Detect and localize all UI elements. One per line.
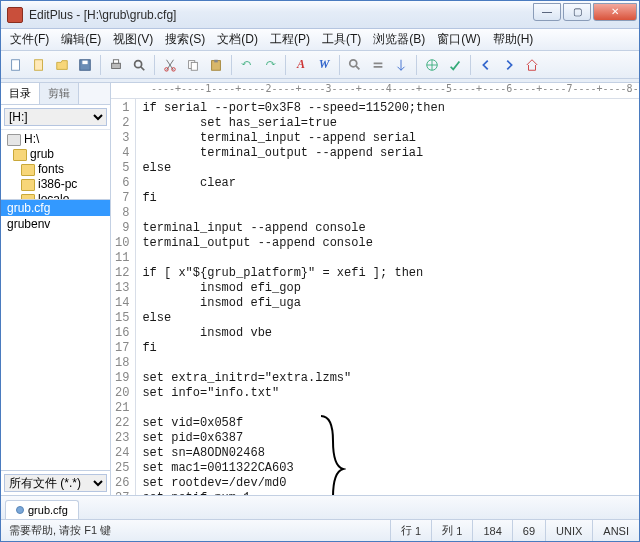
status-col: 列 1 (431, 520, 472, 541)
drive-icon (7, 134, 21, 146)
svg-rect-5 (113, 59, 118, 63)
undo-button[interactable] (236, 54, 258, 76)
code-content[interactable]: if serial --port=0x3F8 --speed=115200;th… (136, 99, 639, 495)
svg-point-8 (165, 67, 169, 71)
app-icon (7, 7, 23, 23)
folder-icon (21, 179, 35, 191)
sidebar: 目录 剪辑 [H:] H:\ grub fonts i386-pc locale… (1, 83, 111, 495)
svg-line-15 (356, 65, 360, 69)
sidebar-tab-directory[interactable]: 目录 (1, 83, 40, 104)
maximize-button[interactable]: ▢ (563, 3, 591, 21)
preview-button[interactable] (128, 54, 150, 76)
next-button[interactable] (498, 54, 520, 76)
menu-edit[interactable]: 编辑(E) (56, 29, 106, 50)
svg-rect-1 (35, 59, 43, 70)
fx-button[interactable]: A (290, 54, 312, 76)
folder-icon (21, 164, 35, 176)
svg-rect-3 (82, 60, 87, 64)
editor-pane: ----+----1----+----2----+----3----+----4… (111, 83, 639, 495)
replace-button[interactable] (367, 54, 389, 76)
code-area[interactable]: 1 2 3 4 5 6 7 8 9 10 11 12 13 14 15 16 1… (111, 99, 639, 495)
status-encoding: ANSI (592, 520, 639, 541)
browser-button[interactable] (421, 54, 443, 76)
svg-rect-13 (214, 59, 218, 62)
title-bar[interactable]: EditPlus - [H:\grub\grub.cfg] — ▢ ✕ (1, 1, 639, 29)
menu-window[interactable]: 窗口(W) (432, 29, 485, 50)
svg-line-7 (141, 66, 145, 70)
drive-select[interactable]: [H:] (4, 108, 107, 126)
folder-icon (13, 149, 27, 161)
svg-rect-4 (112, 63, 121, 68)
status-bar: 需要帮助, 请按 F1 键 行 1 列 1 184 69 UNIX ANSI (1, 519, 639, 541)
menu-browser[interactable]: 浏览器(B) (368, 29, 430, 50)
svg-rect-0 (12, 59, 20, 70)
home-button[interactable] (521, 54, 543, 76)
window-title: EditPlus - [H:\grub\grub.cfg] (29, 8, 533, 22)
menu-view[interactable]: 视图(V) (108, 29, 158, 50)
status-line: 行 1 (390, 520, 431, 541)
new-file-button[interactable] (5, 54, 27, 76)
find-button[interactable] (344, 54, 366, 76)
prev-button[interactable] (475, 54, 497, 76)
menu-project[interactable]: 工程(P) (265, 29, 315, 50)
goto-button[interactable] (390, 54, 412, 76)
app-window: EditPlus - [H:\grub\grub.cfg] — ▢ ✕ 文件(F… (0, 0, 640, 542)
toolbar: A W (1, 51, 639, 79)
menu-search[interactable]: 搜索(S) (160, 29, 210, 50)
sidebar-tabs: 目录 剪辑 (1, 83, 110, 105)
file-item[interactable]: grubenv (1, 216, 110, 232)
brace-annotation-icon (316, 414, 346, 495)
svg-rect-11 (191, 62, 197, 70)
save-button[interactable] (74, 54, 96, 76)
document-tab-label: grub.cfg (28, 504, 68, 516)
menu-tools[interactable]: 工具(T) (317, 29, 366, 50)
svg-point-6 (135, 60, 142, 67)
minimize-button[interactable]: — (533, 3, 561, 21)
doc-modified-icon (16, 506, 24, 514)
copy-button[interactable] (182, 54, 204, 76)
word-wrap-button[interactable]: W (313, 54, 335, 76)
paste-button[interactable] (205, 54, 227, 76)
file-item-selected[interactable]: grub.cfg (1, 200, 110, 216)
sidebar-tab-cliptext[interactable]: 剪辑 (40, 83, 79, 104)
directory-tree[interactable]: H:\ grub fonts i386-pc locale (1, 130, 110, 200)
open-button[interactable] (51, 54, 73, 76)
menu-bar: 文件(F) 编辑(E) 视图(V) 搜索(S) 文档(D) 工程(P) 工具(T… (1, 29, 639, 51)
close-button[interactable]: ✕ (593, 3, 637, 21)
status-width: 69 (512, 520, 545, 541)
line-number-gutter: 1 2 3 4 5 6 7 8 9 10 11 12 13 14 15 16 1… (111, 99, 136, 495)
svg-point-9 (172, 67, 176, 71)
status-total-lines: 184 (472, 520, 511, 541)
menu-help[interactable]: 帮助(H) (488, 29, 539, 50)
cut-button[interactable] (159, 54, 181, 76)
ruler: ----+----1----+----2----+----3----+----4… (111, 83, 639, 99)
svg-point-14 (350, 59, 357, 66)
document-tab-active[interactable]: grub.cfg (5, 500, 79, 519)
status-help-text: 需要帮助, 请按 F1 键 (1, 523, 119, 538)
menu-file[interactable]: 文件(F) (5, 29, 54, 50)
spellcheck-button[interactable] (444, 54, 466, 76)
new-html-button[interactable] (28, 54, 50, 76)
main-area: 目录 剪辑 [H:] H:\ grub fonts i386-pc locale… (1, 83, 639, 495)
document-tabs: grub.cfg (1, 495, 639, 519)
print-button[interactable] (105, 54, 127, 76)
menu-document[interactable]: 文档(D) (212, 29, 263, 50)
file-filter-select[interactable]: 所有文件 (*.*) (4, 474, 107, 492)
file-list[interactable]: grub.cfg grubenv (1, 200, 110, 470)
status-lineend: UNIX (545, 520, 592, 541)
redo-button[interactable] (259, 54, 281, 76)
